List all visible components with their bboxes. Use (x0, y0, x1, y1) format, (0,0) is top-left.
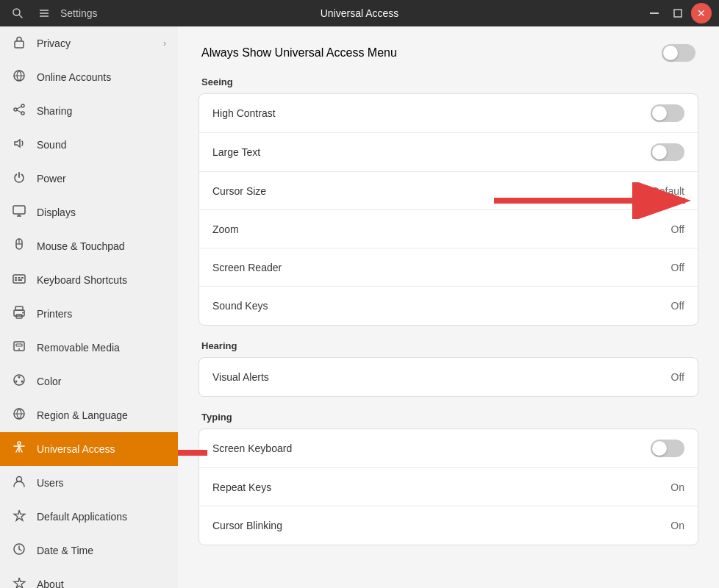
sidebar-label-universal-access: Universal Access (37, 443, 115, 455)
section-title-seeing: Seeing (198, 76, 698, 87)
svg-rect-22 (18, 277, 21, 279)
sidebar-item-date-time[interactable]: Date & Time (0, 534, 178, 567)
maximize-button[interactable] (668, 3, 688, 24)
row-value-cursor-size: Default (652, 185, 684, 197)
sidebar-icon-printers (12, 306, 26, 322)
sidebar-item-color[interactable]: Color (0, 365, 178, 398)
sidebar-item-sound[interactable]: Sound (0, 128, 178, 162)
sidebar-item-displays[interactable]: Displays (0, 196, 178, 229)
sidebar-label-mouse-touchpad: Mouse & Touchpad (37, 240, 125, 252)
settings-row-large-text: Large Text (199, 133, 698, 172)
always-show-row: Always Show Universal Access Menu (198, 44, 698, 62)
sidebar-item-mouse-touchpad[interactable]: Mouse & Touchpad (0, 229, 178, 263)
sidebar-icon-displays (12, 204, 26, 220)
svg-rect-25 (18, 279, 23, 281)
sidebar-label-printers: Printers (37, 308, 72, 320)
toggle-high-contrast[interactable] (651, 104, 684, 122)
svg-rect-7 (15, 41, 24, 48)
settings-group-hearing: Visual AlertsOff (198, 357, 698, 397)
sidebar-label-online-accounts: Online Accounts (37, 71, 111, 83)
row-label-screen-keyboard: Screen Keyboard (212, 442, 292, 454)
sidebar-item-region-language[interactable]: Region & Language (0, 398, 178, 432)
sidebar-icon-default-applications (12, 509, 26, 525)
svg-line-1 (19, 15, 22, 18)
settings-row-high-contrast: High Contrast (199, 94, 698, 133)
minimize-button[interactable] (644, 3, 665, 24)
row-label-zoom: Zoom (212, 223, 239, 235)
svg-line-12 (17, 107, 21, 109)
row-label-large-text: Large Text (212, 146, 260, 158)
settings-row-visual-alerts: Visual AlertsOff (199, 358, 698, 396)
sidebar-icon-online-accounts (12, 69, 26, 85)
sidebar-item-online-accounts[interactable]: Online Accounts (0, 60, 178, 94)
svg-point-10 (14, 108, 17, 111)
sidebar-icon-privacy (12, 35, 26, 51)
sidebar-item-keyboard-shortcuts[interactable]: Keyboard Shortcuts (0, 263, 178, 297)
sidebar-item-sharing[interactable]: Sharing (0, 94, 178, 128)
sidebar-item-about[interactable]: About (0, 567, 178, 588)
sidebar-label-privacy: Privacy (37, 37, 71, 49)
always-show-toggle[interactable] (662, 44, 695, 62)
close-button[interactable]: ✕ (691, 3, 712, 24)
window-title: Universal Access (321, 7, 399, 19)
sidebar-label-sharing: Sharing (37, 105, 72, 117)
sidebar-icon-removable-media (12, 340, 26, 356)
toggle-screen-keyboard[interactable] (651, 440, 684, 457)
sidebar-item-removable-media[interactable]: Removable Media (0, 331, 178, 365)
sidebar-icon-keyboard-shortcuts (12, 272, 26, 288)
row-label-cursor-size: Cursor Size (212, 185, 266, 197)
sidebar-icon-about (12, 576, 26, 588)
sidebar-label-power: Power (37, 173, 66, 184)
row-label-screen-reader: Screen Reader (212, 262, 282, 273)
sidebar-label-keyboard-shortcuts: Keyboard Shortcuts (37, 274, 127, 286)
svg-rect-24 (15, 279, 17, 281)
sidebar-item-default-applications[interactable]: Default Applications (0, 500, 178, 534)
sidebar-icon-color (12, 373, 26, 390)
settings-row-repeat-keys: Repeat KeysOn (199, 468, 698, 506)
svg-point-34 (18, 376, 21, 379)
section-title-typing: Typing (198, 412, 698, 423)
settings-row-zoom: ZoomOff (199, 210, 698, 248)
sidebar-item-printers[interactable]: Printers (0, 297, 178, 331)
svg-rect-20 (13, 275, 25, 283)
svg-point-9 (21, 104, 24, 107)
svg-line-13 (17, 110, 21, 112)
sidebar-label-displays: Displays (37, 207, 76, 218)
sidebar-icon-power (12, 171, 26, 187)
row-label-high-contrast: High Contrast (212, 107, 276, 119)
row-value-sound-keys: Off (671, 300, 684, 312)
sidebar-label-region-language: Region & Language (37, 409, 128, 421)
app-title: Settings (60, 7, 98, 19)
row-label-sound-keys: Sound Keys (212, 300, 268, 312)
sidebar-item-universal-access[interactable]: Universal Access (0, 432, 178, 466)
svg-rect-6 (674, 10, 682, 17)
always-show-label: Always Show Universal Access Menu (201, 46, 397, 60)
sidebar-item-users[interactable]: Users (0, 466, 178, 500)
svg-rect-21 (15, 277, 17, 279)
sidebar-icon-users (12, 475, 26, 491)
sidebar-label-date-time: Date & Time (37, 545, 93, 556)
row-value-cursor-blinking: On (670, 520, 684, 531)
sidebar-icon-region-language (12, 407, 26, 423)
sidebar-item-privacy[interactable]: Privacy › (0, 26, 178, 60)
settings-group-seeing: High ContrastLarge TextCursor SizeDefaul… (198, 93, 698, 326)
svg-point-35 (21, 381, 24, 383)
toggle-large-text[interactable] (651, 143, 684, 161)
sidebar-label-default-applications: Default Applications (37, 511, 127, 523)
sidebar: Privacy › Online Accounts Sharing Sound … (0, 26, 178, 588)
row-label-cursor-blinking: Cursor Blinking (212, 520, 282, 531)
settings-row-screen-keyboard: Screen Keyboard (199, 429, 698, 468)
app-body: Privacy › Online Accounts Sharing Sound … (0, 26, 719, 588)
row-value-screen-reader: Off (671, 262, 684, 273)
content-area: Always Show Universal Access Menu Seeing… (178, 26, 719, 588)
sidebar-icon-mouse-touchpad (12, 238, 26, 254)
sidebar-icon-date-time (12, 542, 26, 559)
sidebar-label-about: About (37, 578, 64, 588)
sidebar-icon-universal-access (12, 441, 26, 457)
search-button[interactable] (7, 3, 28, 24)
sidebar-item-power[interactable]: Power (0, 162, 178, 196)
sidebar-label-users: Users (37, 477, 64, 489)
menu-button[interactable] (34, 3, 54, 24)
row-value-repeat-keys: On (670, 481, 684, 493)
settings-row-screen-reader: Screen ReaderOff (199, 248, 698, 287)
